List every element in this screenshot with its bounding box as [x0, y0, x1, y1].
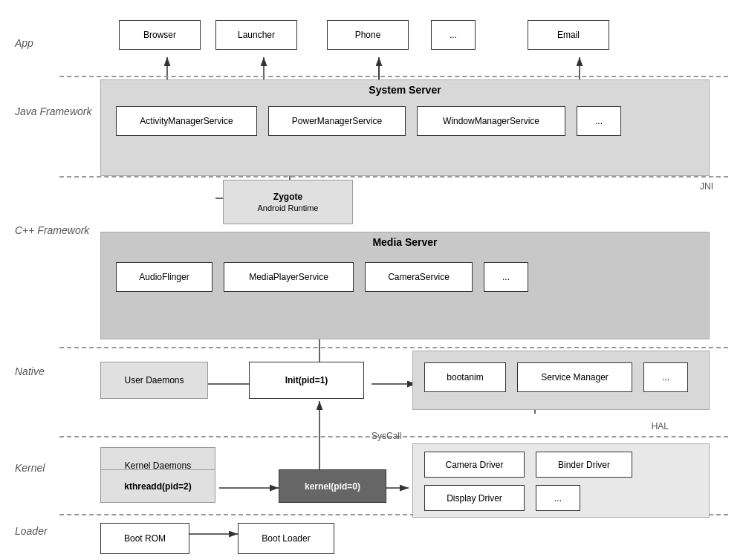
label-java-framework: Java Framework — [15, 105, 91, 117]
box-activity-manager: ActivityManagerService — [116, 106, 257, 136]
media-server-bg: Media Server AudioFlinger MediaPlayerSer… — [100, 232, 710, 339]
label-app: App — [15, 37, 33, 49]
box-window-manager: WindowManagerService — [417, 106, 565, 136]
box-init: Init(pid=1) — [249, 362, 364, 399]
box-binder-driver: Binder Driver — [536, 452, 632, 478]
jni-label: JNI — [700, 181, 713, 192]
box-native-dots: ... — [643, 362, 688, 392]
divider-java-cpp — [59, 176, 728, 178]
zygote-title: Zygote — [273, 192, 302, 202]
system-server-title: System Server — [101, 80, 709, 96]
box-browser: Browser — [119, 20, 201, 50]
box-bootanim: bootanim — [424, 362, 506, 392]
native-right-bg: bootanim Service Manager ... — [412, 351, 710, 410]
box-power-manager: PowerManagerService — [268, 106, 406, 136]
box-kernel: kernel(pid=0) — [279, 469, 386, 503]
divider-app-java — [59, 76, 728, 77]
box-camera-driver: Camera Driver — [424, 452, 525, 478]
zygote-box: Zygote Android Runtime — [223, 180, 353, 224]
box-media-dots: ... — [484, 262, 528, 292]
box-service-manager: Service Manager — [517, 362, 632, 392]
syscall-label: SysCall — [372, 431, 402, 441]
box-media-player: MediaPlayerService — [224, 262, 354, 292]
box-kthreadd: kthreadd(pid=2) — [100, 469, 215, 503]
box-boot-rom: Boot ROM — [100, 523, 189, 554]
label-loader: Loader — [15, 525, 48, 537]
box-display-driver: Display Driver — [424, 485, 525, 511]
box-audio-flinger: AudioFlinger — [116, 262, 212, 292]
label-cpp-framework: C++ Framework — [15, 224, 89, 236]
label-native: Native — [15, 365, 45, 377]
box-system-server-dots: ... — [577, 106, 621, 136]
zygote-subtitle: Android Runtime — [258, 204, 319, 212]
box-launcher: Launcher — [215, 20, 297, 50]
box-boot-loader: Boot Loader — [238, 523, 334, 554]
hal-label: HAL — [652, 421, 669, 432]
label-kernel: Kernel — [15, 462, 45, 474]
box-app-dots: ... — [431, 20, 476, 50]
divider-cpp-native — [59, 347, 728, 348]
system-server-bg: System Server ActivityManagerService Pow… — [100, 79, 710, 176]
box-email: Email — [528, 20, 609, 50]
diagram-container: App Java Framework C++ Framework Native … — [15, 9, 728, 551]
driver-boxes-bg: Camera Driver Binder Driver Display Driv… — [412, 443, 710, 518]
box-user-daemons: User Daemons — [100, 362, 208, 399]
box-driver-dots: ... — [536, 485, 580, 511]
box-phone: Phone — [327, 20, 409, 50]
media-server-title: Media Server — [101, 232, 709, 248]
box-camera-service: CameraService — [365, 262, 473, 292]
